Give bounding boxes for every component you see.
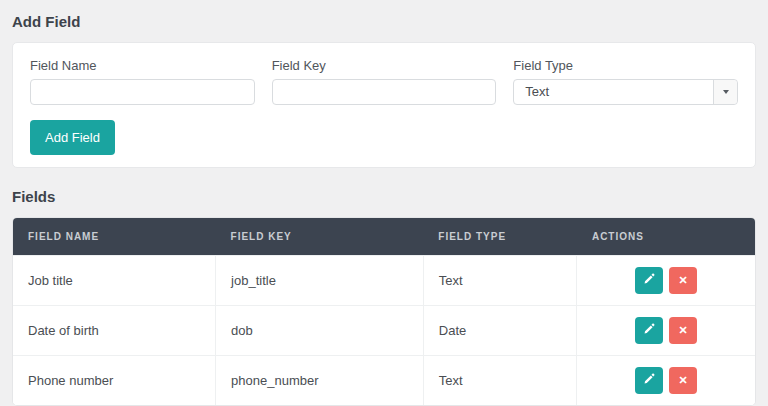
- pencil-icon: [643, 273, 655, 288]
- fields-table-header: FIELD NAME FIELD KEY FIELD TYPE ACTIONS: [13, 218, 755, 256]
- field-name-label: Field Name: [30, 58, 255, 73]
- cell-actions: ✕: [577, 356, 755, 406]
- table-row: Phone number phone_number Text ✕: [13, 356, 755, 406]
- cell-field-type: Date: [423, 306, 577, 356]
- cell-field-key: phone_number: [216, 356, 424, 406]
- edit-button[interactable]: [635, 317, 663, 344]
- field-type-selected-value: Text: [514, 80, 737, 104]
- field-type-select[interactable]: Text: [513, 79, 738, 105]
- x-icon: ✕: [679, 275, 688, 286]
- cell-field-name: Job title: [13, 256, 216, 306]
- add-field-heading: Add Field: [12, 13, 756, 30]
- field-name-group: Field Name: [30, 58, 255, 105]
- cell-field-name: Date of birth: [13, 306, 216, 356]
- col-header-field-name: FIELD NAME: [13, 218, 216, 256]
- col-header-field-key: FIELD KEY: [216, 218, 424, 256]
- add-field-form: Field Name Field Key Field Type Text: [30, 58, 738, 105]
- delete-button[interactable]: ✕: [669, 367, 697, 394]
- cell-field-type: Text: [423, 256, 577, 306]
- cell-actions: ✕: [577, 306, 755, 356]
- cell-field-type: Text: [423, 356, 577, 406]
- fields-heading: Fields: [12, 188, 756, 205]
- cell-field-key: dob: [216, 306, 424, 356]
- delete-button[interactable]: ✕: [669, 267, 697, 294]
- pencil-icon: [643, 323, 655, 338]
- edit-button[interactable]: [635, 267, 663, 294]
- table-row: Date of birth dob Date ✕: [13, 306, 755, 356]
- page: Add Field Field Name Field Key Field Typ…: [0, 0, 768, 406]
- edit-button[interactable]: [635, 367, 663, 394]
- cell-field-key: job_title: [216, 256, 424, 306]
- col-header-actions: ACTIONS: [577, 218, 755, 256]
- delete-button[interactable]: ✕: [669, 317, 697, 344]
- field-key-group: Field Key: [272, 58, 497, 105]
- pencil-icon: [643, 373, 655, 388]
- field-type-group: Field Type Text: [513, 58, 738, 105]
- select-caret-box: [713, 80, 737, 104]
- add-field-card: Field Name Field Key Field Type Text Add…: [12, 42, 756, 168]
- fields-table: FIELD NAME FIELD KEY FIELD TYPE ACTIONS …: [13, 218, 755, 405]
- field-type-label: Field Type: [513, 58, 738, 73]
- chevron-down-icon: [723, 90, 729, 94]
- field-name-input[interactable]: [30, 79, 255, 105]
- col-header-field-type: FIELD TYPE: [423, 218, 577, 256]
- cell-field-name: Phone number: [13, 356, 216, 406]
- x-icon: ✕: [679, 375, 688, 386]
- cell-actions: ✕: [577, 256, 755, 306]
- table-row: Job title job_title Text ✕: [13, 256, 755, 306]
- field-key-label: Field Key: [272, 58, 497, 73]
- add-field-button[interactable]: Add Field: [30, 120, 115, 155]
- x-icon: ✕: [679, 325, 688, 336]
- fields-table-card: FIELD NAME FIELD KEY FIELD TYPE ACTIONS …: [12, 217, 756, 406]
- field-key-input[interactable]: [272, 79, 497, 105]
